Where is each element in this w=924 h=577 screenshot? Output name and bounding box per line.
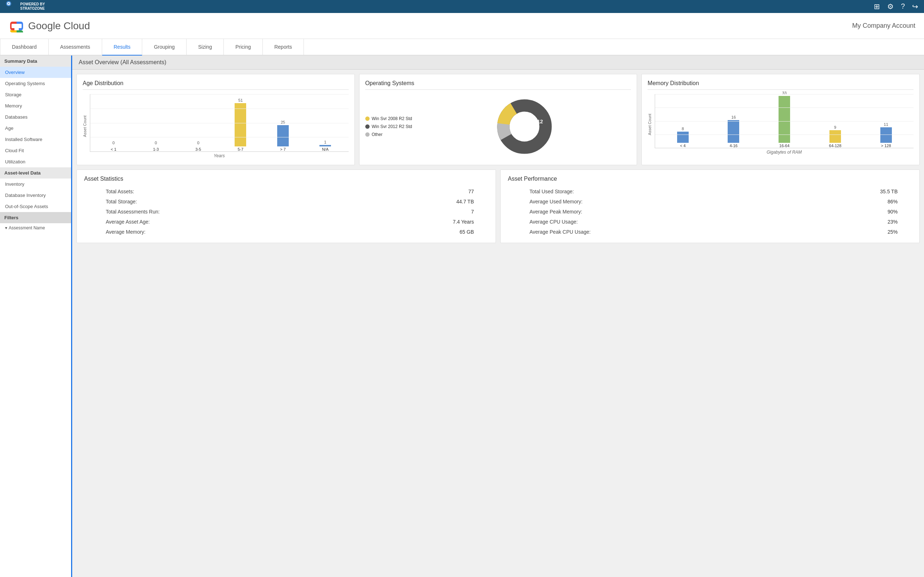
stat-total-assets: Total Assets: 77 <box>84 187 488 197</box>
perf-label-used-storage: Total Used Storage: <box>530 189 574 194</box>
memory-dist-card: Memory Distribution Asset Count <box>641 74 920 165</box>
age-bar-label-2: 3-5 <box>195 147 201 152</box>
tab-sizing[interactable]: Sizing <box>187 39 224 56</box>
tab-dashboard[interactable]: Dashboard <box>0 39 49 56</box>
asset-stats-title: Asset Statistics <box>84 176 488 182</box>
filters-header: Filters <box>0 212 71 223</box>
perf-value-avg-cpu: 23% <box>888 219 898 225</box>
grid-icon[interactable]: ⊞ <box>874 2 880 11</box>
svg-text:56: 56 <box>517 131 524 137</box>
age-bar-value-2: 0 <box>197 141 199 145</box>
mem-bar-val-0: 8 <box>682 127 684 131</box>
perf-label-avg-peak-memory: Average Peak Memory: <box>530 209 582 214</box>
charts-row: Age Distribution Asset Count <box>72 69 924 169</box>
age-bar-value-5: 1 <box>324 140 326 144</box>
svg-text:12: 12 <box>537 119 543 124</box>
stat-total-storage: Total Storage: 44.7 TB <box>84 197 488 206</box>
help-icon[interactable]: ? <box>901 2 905 11</box>
asset-performance-card: Asset Performance Total Used Storage: 35… <box>500 169 920 243</box>
os-title: Operating Systems <box>365 80 631 87</box>
perf-value-avg-peak-memory: 90% <box>888 209 898 214</box>
os-donut-chart: 9 12 56 <box>492 94 557 159</box>
sidebar-item-age[interactable]: Age <box>0 122 71 134</box>
perf-label-avg-used-memory: Average Used Memory: <box>530 199 583 205</box>
memory-dist-title: Memory Distribution <box>648 80 914 87</box>
svg-text:9: 9 <box>523 118 526 123</box>
brand-section: POWERED BY STRATOZONE <box>6 1 45 12</box>
age-bar-label-5: N/A <box>322 147 328 152</box>
mem-bar-val-2: 33 <box>782 91 787 95</box>
stat-total-assessments: Total Assessments Run: 7 <box>84 206 488 217</box>
gear-icon[interactable]: ⚙ <box>887 2 894 11</box>
mem-bar-val-4: 11 <box>884 122 888 127</box>
legend-label-win2012: Win Svr 2012 R2 Std <box>372 124 412 129</box>
sidebar-item-db-inventory[interactable]: Database Inventory <box>0 190 71 201</box>
legend-dot-win2012 <box>365 124 370 129</box>
legend-label-other: Other <box>372 132 383 137</box>
sidebar-item-os[interactable]: Operating Systems <box>0 78 71 89</box>
sidebar: Summary Data Overview Operating Systems … <box>0 56 72 577</box>
signout-icon[interactable]: ↪ <box>912 2 918 11</box>
sidebar-item-inventory[interactable]: Inventory <box>0 179 71 190</box>
age-bar-value-0: 0 <box>113 141 115 145</box>
mem-bar-val-1: 16 <box>731 115 736 119</box>
stat-value-total-storage: 44.7 TB <box>456 199 474 205</box>
content-area: Asset Overview (All Assessments) Age Dis… <box>72 56 924 577</box>
os-legend: Win Svr 2008 R2 Std Win Svr 2012 R2 Std … <box>365 116 412 137</box>
sidebar-item-utilization[interactable]: Utilization <box>0 156 71 167</box>
tab-reports[interactable]: Reports <box>263 39 304 56</box>
asset-perf-title: Asset Performance <box>508 176 912 182</box>
perf-value-used-storage: 35.5 TB <box>880 189 898 194</box>
stat-value-avg-age: 7.4 Years <box>453 219 474 225</box>
top-bar-actions: ⊞ ⚙ ? ↪ <box>874 2 918 11</box>
legend-item-win2008: Win Svr 2008 R2 Std <box>365 116 412 121</box>
tab-grouping[interactable]: Grouping <box>142 39 187 56</box>
age-bar-value-3: 51 <box>238 98 242 102</box>
age-bar-value-1: 0 <box>155 141 157 145</box>
stat-label-total-assessments: Total Assessments Run: <box>106 209 160 214</box>
perf-total-used-storage: Total Used Storage: 35.5 TB <box>508 187 912 197</box>
perf-avg-peak-memory: Average Peak Memory: 90% <box>508 206 912 217</box>
mem-bar-val-3: 9 <box>834 125 836 129</box>
mem-bar-label-1: 4-16 <box>729 143 737 148</box>
sidebar-item-overview[interactable]: Overview <box>0 67 71 78</box>
page-title: Asset Overview (All Assessments) <box>72 56 924 69</box>
mem-bar-label-3: 64-128 <box>829 143 842 148</box>
tab-results[interactable]: Results <box>102 39 142 56</box>
age-bar-value-4: 25 <box>281 120 285 124</box>
stat-avg-memory: Average Memory: 65 GB <box>84 227 488 237</box>
app-title: Google Cloud <box>28 20 90 32</box>
os-card: Operating Systems Win Svr 2008 R2 Std Wi… <box>359 74 637 165</box>
sidebar-item-storage[interactable]: Storage <box>0 89 71 100</box>
sidebar-item-memory[interactable]: Memory <box>0 100 71 111</box>
filter-assessment-name[interactable]: ▾ Assessment Name <box>0 223 71 233</box>
legend-item-win2012: Win Svr 2012 R2 Std <box>365 124 412 129</box>
perf-avg-peak-cpu: Average Peak CPU Usage: 25% <box>508 227 912 237</box>
mem-bar-label-4: > 128 <box>881 143 891 148</box>
app-logo-section: Google Cloud <box>9 18 90 34</box>
tab-assessments[interactable]: Assessments <box>49 39 102 56</box>
stratozone-logo <box>6 1 17 12</box>
perf-avg-used-memory: Average Used Memory: 86% <box>508 197 912 206</box>
memory-x-label: Gigabytes of RAM <box>655 150 914 155</box>
top-bar: POWERED BY STRATOZONE ⊞ ⚙ ? ↪ <box>0 0 924 13</box>
age-y-axis-label: Asset Count <box>82 94 87 158</box>
perf-avg-cpu: Average CPU Usage: 23% <box>508 217 912 227</box>
sidebar-item-cloudfit[interactable]: Cloud Fit <box>0 145 71 156</box>
stat-avg-age: Average Asset Age: 7.4 Years <box>84 217 488 227</box>
app-header: Google Cloud My Company Account <box>0 13 924 39</box>
tab-pricing[interactable]: Pricing <box>224 39 263 56</box>
asset-perf-table: Total Used Storage: 35.5 TB Average Used… <box>508 187 912 237</box>
os-chart-section: Win Svr 2008 R2 Std Win Svr 2012 R2 Std … <box>365 94 631 159</box>
google-cloud-logo-icon <box>9 18 24 34</box>
age-x-label: Years <box>90 153 349 158</box>
legend-dot-win2008 <box>365 116 370 121</box>
perf-label-avg-cpu: Average CPU Usage: <box>530 219 578 225</box>
stat-label-total-storage: Total Storage: <box>106 199 137 205</box>
sidebar-item-databases[interactable]: Databases <box>0 111 71 122</box>
sidebar-item-software[interactable]: Installed Software <box>0 134 71 145</box>
legend-dot-other <box>365 132 370 137</box>
memory-y-axis-label: Asset Count <box>648 94 652 155</box>
account-name: My Company Account <box>852 22 915 29</box>
sidebar-item-out-of-scope[interactable]: Out-of-Scope Assets <box>0 201 71 212</box>
